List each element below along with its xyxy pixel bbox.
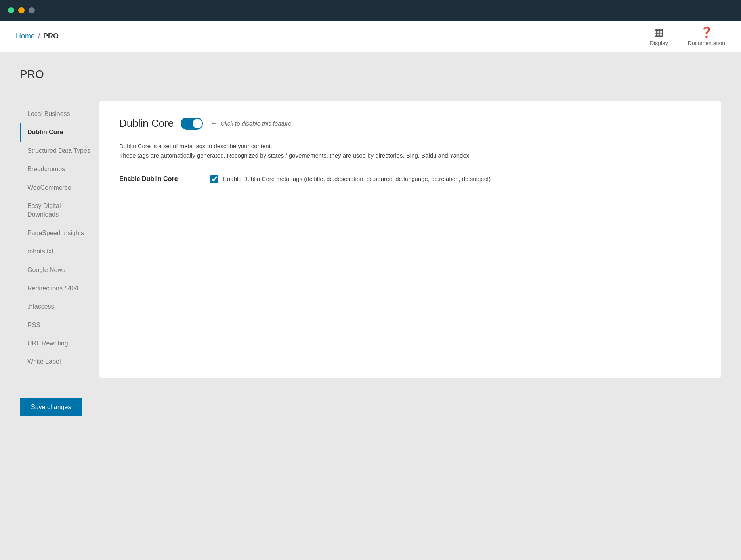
display-icon: ▦ (654, 26, 664, 38)
documentation-label: Documentation (688, 40, 725, 46)
toggle-track (181, 118, 203, 130)
sidebar-item-dublin-core[interactable]: Dublin Core (20, 123, 99, 141)
breadcrumb: Home / PRO (16, 32, 59, 40)
enable-row: Enable Dublin Core Enable Dublin Core me… (119, 175, 701, 183)
sidebar-item-easy-digital-downloads[interactable]: Easy Digital Downloads (20, 197, 99, 224)
sidebar-item-url-rewriting[interactable]: URL Rewriting (20, 334, 99, 352)
sidebar-item-structured-data-types[interactable]: Structured Data Types (20, 142, 99, 160)
hint-text: Click to disable this feature (220, 120, 291, 127)
yellow-dot[interactable] (18, 7, 25, 13)
gray-dot[interactable] (29, 7, 35, 13)
sidebar-item-pagespeed-insights[interactable]: PageSpeed Insights (20, 224, 99, 242)
breadcrumb-separator: / (38, 32, 40, 40)
titlebar (0, 0, 741, 21)
sidebar-item-white-label[interactable]: White Label (20, 352, 99, 371)
enable-checkbox-label: Enable Dublin Core meta tags (dc.title, … (223, 175, 491, 182)
description-line2: These tags are automatically generated. … (119, 151, 701, 160)
home-link[interactable]: Home (16, 32, 35, 40)
topbar: Home / PRO ▦ Display ❓ Documentation (0, 21, 741, 52)
main-layout: Local BusinessDublin CoreStructured Data… (20, 101, 721, 378)
feature-description: Dublin Core is a set of meta tags to des… (119, 141, 701, 160)
toggle-thumb (193, 119, 202, 128)
sidebar-item-rss[interactable]: RSS (20, 316, 99, 334)
breadcrumb-current: PRO (43, 32, 59, 40)
display-action[interactable]: ▦ Display (650, 26, 668, 46)
sidebar-item-local-business[interactable]: Local Business (20, 105, 99, 123)
feature-hint: ← Click to disable this feature (210, 119, 291, 128)
display-label: Display (650, 40, 668, 46)
enable-checkbox-group: Enable Dublin Core meta tags (dc.title, … (210, 175, 491, 183)
enable-label: Enable Dublin Core (119, 175, 199, 183)
enable-checkbox[interactable] (210, 175, 218, 183)
sidebar-item-redirections-404[interactable]: Redirections / 404 (20, 279, 99, 297)
documentation-action[interactable]: ❓ Documentation (688, 26, 725, 46)
sidebar-item-breadcrumbs[interactable]: Breadcrumbs (20, 160, 99, 178)
page-content: PRO Local BusinessDublin CoreStructured … (0, 52, 741, 432)
green-dot[interactable] (8, 7, 14, 13)
sidebar-item-htaccess[interactable]: .htaccess (20, 297, 99, 316)
sidebar-item-robots-txt[interactable]: robots.txt (20, 242, 99, 261)
arrow-icon: ← (210, 119, 217, 128)
main-panel: Dublin Core ← Click to disable this feat… (99, 101, 721, 378)
topbar-actions: ▦ Display ❓ Documentation (650, 26, 725, 46)
save-button[interactable]: Save changes (20, 398, 82, 416)
description-line1: Dublin Core is a set of meta tags to des… (119, 141, 701, 151)
sidebar-item-google-news[interactable]: Google News (20, 261, 99, 279)
feature-title: Dublin Core (119, 117, 174, 130)
feature-header: Dublin Core ← Click to disable this feat… (119, 117, 701, 130)
page-title: PRO (20, 68, 721, 89)
feature-toggle[interactable] (181, 118, 203, 130)
sidebar-item-woocommerce[interactable]: WooCommerce (20, 179, 99, 197)
documentation-icon: ❓ (700, 26, 713, 38)
sidebar: Local BusinessDublin CoreStructured Data… (20, 101, 99, 378)
